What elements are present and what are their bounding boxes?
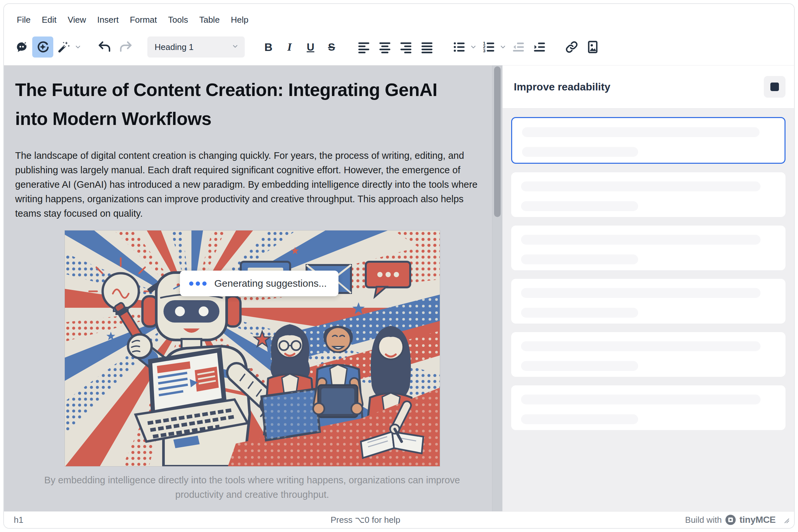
- bullet-list-icon: [452, 40, 466, 54]
- menu-table[interactable]: Table: [194, 12, 225, 28]
- align-justify-button[interactable]: [416, 37, 438, 58]
- ai-shortcuts-chevron[interactable]: [73, 37, 83, 58]
- sidebar-title: Improve readability: [514, 81, 764, 93]
- skeleton-bar: [521, 341, 761, 351]
- insert-image-button[interactable]: [582, 37, 603, 58]
- ai-shortcuts-button[interactable]: [53, 37, 74, 58]
- menu-insert[interactable]: Insert: [92, 12, 124, 28]
- menu-help[interactable]: Help: [225, 12, 254, 28]
- document-heading[interactable]: The Future of Content Creation: Integrat…: [15, 75, 458, 133]
- generating-suggestions-toast: Generating suggestions...: [180, 271, 339, 296]
- document-content: The Future of Content Creation: Integrat…: [4, 65, 502, 502]
- format-select[interactable]: Heading 1: [147, 37, 245, 58]
- indent-button[interactable]: [529, 37, 550, 58]
- align-right-button[interactable]: [395, 37, 416, 58]
- editor-scrollbar[interactable]: [492, 65, 502, 511]
- bold-icon: B: [264, 41, 273, 54]
- undo-button[interactable]: [94, 37, 115, 58]
- tinymce-logo-icon: [725, 514, 736, 526]
- skeleton-bar: [521, 288, 761, 298]
- resize-grip[interactable]: [782, 516, 790, 524]
- ai-improve-button[interactable]: [32, 37, 53, 58]
- redo-button[interactable]: [115, 37, 136, 58]
- insert-link-button[interactable]: [561, 37, 582, 58]
- suggestions-list: [503, 109, 794, 439]
- numbered-list-button[interactable]: 123: [478, 37, 499, 58]
- suggestion-skeleton-card: [511, 117, 785, 164]
- ai-sidebar: Improve readability: [502, 65, 794, 511]
- skeleton-bar: [521, 395, 761, 404]
- suggestion-skeleton-card: [511, 279, 785, 324]
- align-center-icon: [378, 40, 392, 54]
- outdent-button[interactable]: [508, 37, 529, 58]
- element-path: h1: [14, 515, 112, 525]
- image-caption[interactable]: By embedding intelligence directly into …: [25, 473, 479, 502]
- image-icon: [586, 40, 600, 54]
- italic-icon: I: [287, 41, 292, 53]
- strikethrough-icon: S: [328, 41, 335, 53]
- popart-illustration: [65, 230, 440, 466]
- document-figure: Generating suggestions... By embedding i…: [65, 230, 440, 502]
- statusbar: h1 Press ⌥0 for help Build with tinyMCE: [4, 511, 794, 528]
- stop-generation-button[interactable]: [764, 76, 785, 98]
- undo-icon: [98, 40, 112, 54]
- redo-icon: [119, 40, 133, 54]
- sidebar-header: Improve readability: [503, 65, 794, 109]
- skeleton-bar: [522, 127, 760, 137]
- ai-chat-sparkle-icon: [15, 40, 29, 54]
- align-left-button[interactable]: [353, 37, 374, 58]
- scrollbar-thumb[interactable]: [494, 66, 501, 217]
- skeleton-bar: [521, 235, 761, 245]
- bullet-list-button[interactable]: [449, 37, 470, 58]
- toolbar-group-align: [353, 37, 438, 58]
- magic-wand-icon: [57, 40, 71, 54]
- menu-view[interactable]: View: [62, 12, 92, 28]
- ai-sparkle-circle-icon: [36, 40, 50, 54]
- italic-button[interactable]: I: [279, 37, 300, 58]
- generating-label: Generating suggestions...: [215, 278, 327, 289]
- toolbar-group-lists: 123: [449, 37, 550, 58]
- skeleton-bar: [521, 414, 638, 424]
- underline-button[interactable]: U: [300, 37, 321, 58]
- skeleton-bar: [521, 201, 638, 211]
- align-center-button[interactable]: [374, 37, 395, 58]
- menu-edit[interactable]: Edit: [36, 12, 62, 28]
- menu-format[interactable]: Format: [124, 12, 163, 28]
- brand-name-link[interactable]: tinyMCE: [740, 515, 776, 525]
- skeleton-bar: [521, 308, 638, 318]
- ai-assistant-button[interactable]: [11, 37, 32, 58]
- bold-button[interactable]: B: [258, 37, 279, 58]
- loading-dots-icon: [189, 282, 207, 286]
- toolbar-group-insert: [561, 37, 603, 58]
- editor-canvas[interactable]: The Future of Content Creation: Integrat…: [4, 65, 502, 511]
- align-left-icon: [357, 40, 371, 54]
- outdent-icon: [512, 40, 525, 54]
- stop-icon: [771, 82, 779, 91]
- svg-text:3: 3: [483, 48, 485, 53]
- menu-file[interactable]: File: [11, 12, 36, 28]
- menubar: File Edit View Insert Format Tools Table…: [4, 4, 794, 29]
- toolbar: Heading 1 B I U S 123: [4, 29, 794, 65]
- skeleton-bar: [521, 182, 761, 191]
- bullet-list-chevron[interactable]: [468, 37, 478, 58]
- numbered-list-chevron[interactable]: [498, 37, 508, 58]
- skeleton-bar: [522, 147, 638, 157]
- document-image[interactable]: Generating suggestions...: [65, 230, 440, 466]
- document-paragraph[interactable]: The landscape of digital content creatio…: [15, 148, 482, 221]
- strikethrough-button[interactable]: S: [321, 37, 342, 58]
- suggestion-skeleton-card: [511, 226, 785, 270]
- toolbar-group-history: [94, 37, 136, 58]
- indent-icon: [533, 40, 546, 54]
- numbered-list-icon: 123: [482, 40, 496, 54]
- menu-tools[interactable]: Tools: [163, 12, 194, 28]
- suggestion-skeleton-card: [511, 385, 785, 430]
- editor-window: File Edit View Insert Format Tools Table…: [3, 3, 795, 529]
- skeleton-bar: [521, 361, 638, 371]
- brand-prefix: Build with: [685, 515, 722, 525]
- suggestion-skeleton-card: [511, 332, 785, 377]
- align-justify-icon: [420, 40, 434, 54]
- chevron-down-icon: [231, 42, 239, 52]
- toolbar-group-text: B I U S: [258, 37, 342, 58]
- toolbar-group-ai: [11, 37, 83, 58]
- main-area: The Future of Content Creation: Integrat…: [4, 65, 794, 511]
